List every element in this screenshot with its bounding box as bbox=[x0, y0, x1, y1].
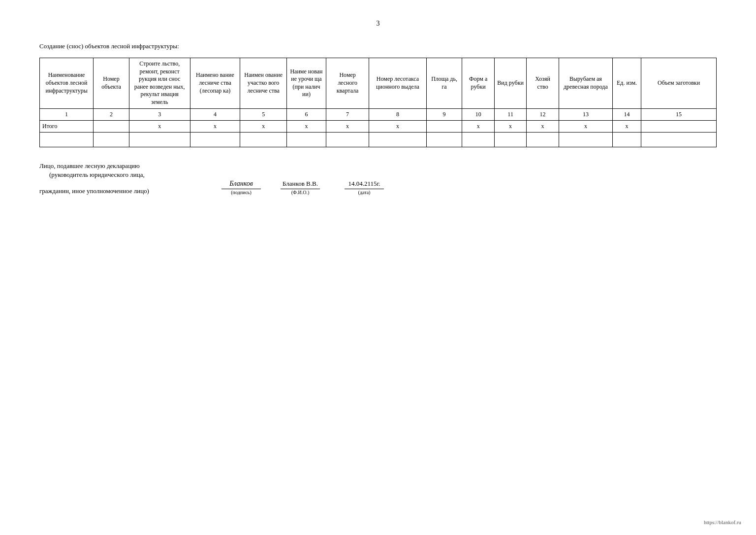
header-col-12: Хозяй ство bbox=[527, 58, 559, 109]
empty-4 bbox=[190, 132, 240, 147]
table-empty-row bbox=[40, 132, 717, 147]
header-col-11: Вид рубки bbox=[494, 58, 526, 109]
num-11: 11 bbox=[494, 108, 526, 120]
footer-line3: гражданин, иное уполномоченное лицо) Бла… bbox=[39, 180, 717, 195]
page-number: 3 bbox=[39, 20, 717, 28]
header-col-4: Наимено вание лесниче ства (лесопар ка) bbox=[190, 58, 240, 109]
header-col-3: Строите льство, ремонт, реконст рукция и… bbox=[129, 58, 190, 109]
date-value: 14.04.2115г. bbox=[340, 180, 389, 188]
footer-section: Лицо, подавшее лесную декларацию (руково… bbox=[39, 162, 717, 195]
website-link[interactable]: https://blankof.ru bbox=[704, 519, 741, 525]
itogo-15 bbox=[641, 120, 717, 132]
table-header-row: Наименование объектов лесной инфраструкт… bbox=[40, 58, 717, 109]
num-7: 7 bbox=[326, 108, 369, 120]
empty-11 bbox=[494, 132, 526, 147]
table-number-row: 1 2 3 4 5 6 7 8 9 10 11 12 13 14 15 bbox=[40, 108, 717, 120]
empty-9 bbox=[426, 132, 462, 147]
num-10: 10 bbox=[462, 108, 494, 120]
header-col-6: Наиме нован ие урочи ща (при налич ии) bbox=[286, 58, 326, 109]
signature-label: (подпись) bbox=[221, 189, 261, 195]
footer-line3-text: гражданин, иное уполномоченное лицо) bbox=[39, 187, 197, 195]
itogo-6: x bbox=[286, 120, 326, 132]
header-col-15: Объем заготовки bbox=[641, 58, 717, 109]
header-col-1: Наименование объектов лесной инфраструкт… bbox=[40, 58, 94, 109]
section-title: Создание (снос) объектов лесной инфрастр… bbox=[39, 42, 717, 50]
table-itogo-row: Итого x x x x x x x x x x x bbox=[40, 120, 717, 132]
footer-line2: (руководитель юридического лица, bbox=[39, 171, 717, 179]
num-12: 12 bbox=[527, 108, 559, 120]
itogo-12: x bbox=[527, 120, 559, 132]
empty-7 bbox=[326, 132, 369, 147]
num-4: 4 bbox=[190, 108, 240, 120]
num-1: 1 bbox=[40, 108, 94, 120]
empty-12 bbox=[527, 132, 559, 147]
header-col-2: Номер объекта bbox=[94, 58, 129, 109]
itogo-2 bbox=[94, 120, 129, 132]
header-col-9: Площа дь, га bbox=[426, 58, 462, 109]
empty-6 bbox=[286, 132, 326, 147]
num-3: 3 bbox=[129, 108, 190, 120]
itogo-9 bbox=[426, 120, 462, 132]
header-col-5: Наимен ование участко вого лесниче ства bbox=[240, 58, 287, 109]
empty-10 bbox=[462, 132, 494, 147]
itogo-5: x bbox=[240, 120, 287, 132]
itogo-8: x bbox=[369, 120, 426, 132]
itogo-7: x bbox=[326, 120, 369, 132]
num-14: 14 bbox=[612, 108, 641, 120]
itogo-3: x bbox=[129, 120, 190, 132]
header-col-14: Ед. изм. bbox=[612, 58, 641, 109]
itogo-13: x bbox=[559, 120, 612, 132]
num-6: 6 bbox=[286, 108, 326, 120]
itogo-11: x bbox=[494, 120, 526, 132]
itogo-label: Итого bbox=[40, 120, 94, 132]
header-col-10: Форм а рубки bbox=[462, 58, 494, 109]
itogo-10: x bbox=[462, 120, 494, 132]
signature-item: Бланков (подпись) bbox=[221, 180, 261, 195]
name-item: Бланков В.В. (Ф.И.О.) bbox=[276, 180, 325, 195]
itogo-4: x bbox=[190, 120, 240, 132]
header-col-7: Номер лесного квартала bbox=[326, 58, 369, 109]
empty-2 bbox=[94, 132, 129, 147]
empty-14 bbox=[612, 132, 641, 147]
num-8: 8 bbox=[369, 108, 426, 120]
num-13: 13 bbox=[559, 108, 612, 120]
footer-line1: Лицо, подавшее лесную декларацию bbox=[39, 162, 717, 170]
signature-value: Бланков bbox=[221, 180, 261, 188]
num-5: 5 bbox=[240, 108, 287, 120]
date-label: (дата) bbox=[345, 189, 384, 195]
empty-3 bbox=[129, 132, 190, 147]
num-15: 15 bbox=[641, 108, 717, 120]
num-9: 9 bbox=[426, 108, 462, 120]
name-label: (Ф.И.О.) bbox=[281, 189, 320, 195]
empty-15 bbox=[641, 132, 717, 147]
empty-8 bbox=[369, 132, 426, 147]
infrastructure-table: Наименование объектов лесной инфраструкт… bbox=[39, 58, 717, 147]
date-item: 14.04.2115г. (дата) bbox=[340, 180, 389, 195]
header-col-8: Номер лесотакса ционного выдела bbox=[369, 58, 426, 109]
name-value: Бланков В.В. bbox=[276, 180, 325, 188]
footer-sign-block: Бланков (подпись) Бланков В.В. (Ф.И.О.) … bbox=[221, 180, 389, 195]
empty-1 bbox=[40, 132, 94, 147]
empty-5 bbox=[240, 132, 287, 147]
num-2: 2 bbox=[94, 108, 129, 120]
itogo-14: x bbox=[612, 120, 641, 132]
empty-13 bbox=[559, 132, 612, 147]
header-col-13: Вырубаем ая древесная порода bbox=[559, 58, 612, 109]
